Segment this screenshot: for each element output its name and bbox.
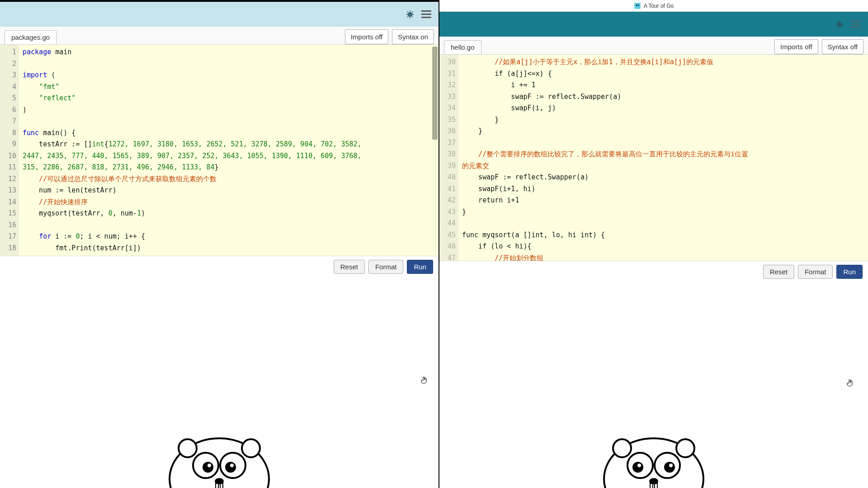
file-tab[interactable]: packages.go [5, 30, 57, 44]
menu-icon[interactable] [421, 10, 431, 18]
svg-point-19 [676, 439, 694, 457]
svg-point-9 [230, 464, 234, 467]
tab-bar-left: packages.go Imports off Syntax on [0, 27, 439, 45]
code-content[interactable]: //如果a[j]小于等于主元x，那么i加1，并且交换a[i]和a[j]的元素值 … [458, 55, 868, 261]
gopher-mascot [439, 407, 868, 488]
syntax-toggle[interactable]: Syntax off [822, 39, 863, 54]
svg-point-6 [203, 462, 213, 473]
output-panel-right [439, 282, 868, 488]
svg-point-7 [225, 462, 236, 473]
svg-rect-13 [634, 3, 640, 9]
format-button[interactable]: Format [798, 265, 833, 279]
svg-point-0 [408, 12, 413, 17]
svg-point-23 [664, 462, 675, 473]
svg-point-3 [242, 439, 260, 457]
gopher-mascot [0, 407, 439, 488]
code-editor-left[interactable]: 123456789101112131415161718192021222324 … [0, 45, 439, 256]
imports-toggle[interactable]: Imports off [774, 39, 818, 54]
menu-icon[interactable] [851, 20, 861, 28]
output-panel-left [0, 277, 439, 488]
tab-bar-right: hello.go Imports off Syntax off [439, 37, 868, 55]
svg-rect-12 [220, 483, 223, 488]
svg-point-25 [669, 464, 673, 467]
reset-button[interactable]: Reset [334, 260, 365, 274]
svg-point-24 [637, 464, 641, 467]
line-gutter: 3031323334353637383940414243444546474849… [439, 55, 458, 261]
code-content[interactable]: package main import ( "fmt" "reflect" ) … [19, 45, 439, 256]
svg-point-15 [637, 5, 639, 6]
bug-icon[interactable] [835, 19, 844, 29]
svg-rect-28 [655, 483, 657, 488]
reset-button[interactable]: Reset [763, 265, 794, 279]
svg-point-16 [837, 22, 842, 27]
header-right [439, 12, 868, 37]
imports-toggle[interactable]: Imports off [345, 29, 389, 44]
action-bar-right: Reset Format Run [439, 261, 868, 282]
line-gutter: 123456789101112131415161718192021222324 [0, 45, 19, 256]
svg-rect-27 [650, 483, 653, 488]
browser-tab[interactable]: A Tour of Go [439, 0, 868, 12]
scrollbar[interactable] [432, 46, 438, 252]
header-left [0, 2, 439, 27]
format-button[interactable]: Format [368, 260, 404, 274]
browser-tab-title: A Tour of Go [644, 3, 674, 9]
code-editor-right[interactable]: 3031323334353637383940414243444546474849… [439, 55, 868, 261]
syntax-toggle[interactable]: Syntax on [392, 29, 434, 44]
action-bar-left: Reset Format Run [0, 256, 439, 277]
run-button[interactable]: Run [836, 265, 863, 279]
svg-point-8 [208, 464, 211, 467]
bug-icon[interactable] [405, 9, 415, 19]
favicon [634, 2, 641, 9]
run-button[interactable]: Run [407, 260, 433, 274]
svg-rect-11 [216, 483, 218, 488]
svg-point-18 [613, 439, 631, 457]
svg-point-22 [632, 462, 643, 473]
svg-point-2 [179, 439, 197, 457]
file-tab[interactable]: hello.go [444, 40, 481, 54]
svg-point-14 [636, 5, 637, 6]
